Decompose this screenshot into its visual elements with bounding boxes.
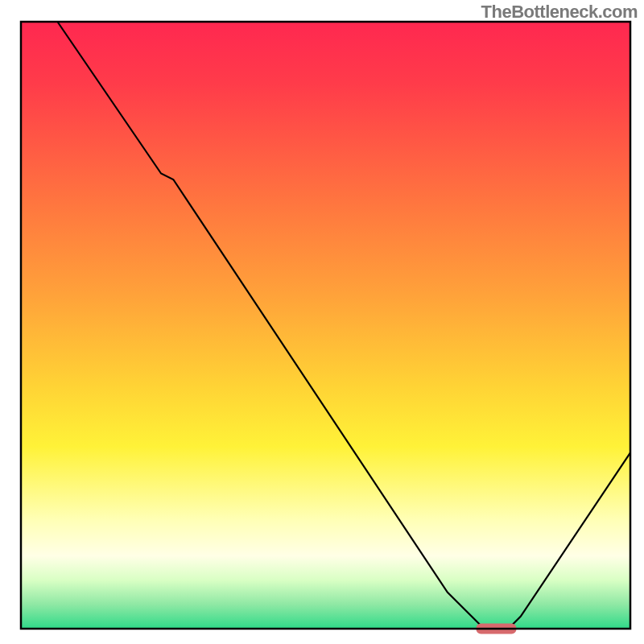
bottleneck-chart: TheBottleneck.com: [0, 0, 644, 644]
chart-canvas: [0, 0, 644, 644]
chart-background: [21, 22, 630, 629]
